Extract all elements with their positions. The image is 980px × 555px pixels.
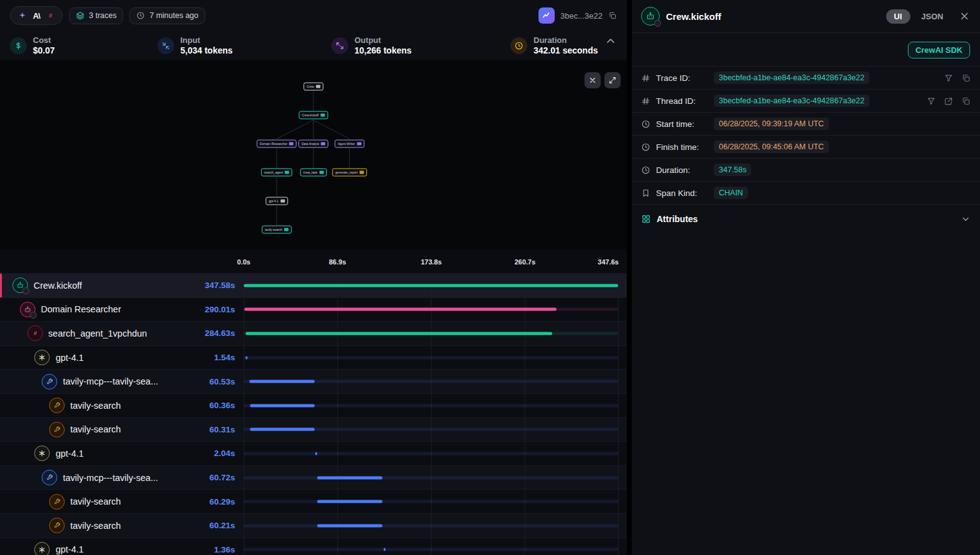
graph-node[interactable]: generate_report — [332, 169, 367, 177]
copy-trace-id-button[interactable] — [608, 11, 617, 20]
trace-row-label: gpt-4.11.54s — [0, 346, 244, 370]
graph-node-label: gpt-4.1 — [269, 200, 279, 203]
collapse-stats-button[interactable] — [604, 35, 617, 47]
grid-icon — [641, 214, 651, 224]
span-bar-track — [244, 452, 618, 455]
span-bar-track — [244, 548, 618, 551]
span-duration: 60.53s — [210, 377, 235, 386]
panel-close-button[interactable] — [958, 10, 971, 22]
trace-row[interactable]: gpt-4.12.04s — [0, 441, 627, 465]
span-bar — [244, 308, 557, 311]
clock-icon — [511, 37, 527, 54]
trace-row-label: tavily-search60.29s — [0, 490, 244, 513]
trace-row[interactable]: tavily-search60.36s — [0, 393, 627, 417]
tab-ui[interactable]: UI — [886, 9, 910, 24]
graph-node-label: crew_task — [303, 171, 318, 174]
field-label: Span Kind: — [656, 189, 708, 198]
trace-row[interactable]: tavily-mcp---tavily-sea...60.53s — [0, 369, 627, 393]
mcp-icon — [42, 374, 57, 389]
graph-node[interactable]: gpt-4.1 — [266, 197, 288, 205]
span-name: tavily-search — [70, 401, 121, 411]
trace-row-chart — [244, 490, 619, 513]
trace-chart-icon — [539, 7, 555, 24]
field-value[interactable]: 3becbfed-a1be-ae84-ea3c-4942867a3e22 — [714, 72, 869, 84]
span-bar-track — [244, 476, 618, 479]
graph-node[interactable]: Crew.kickoff — [299, 111, 328, 119]
hash-icon — [641, 96, 650, 106]
stat-value: $0.07 — [33, 45, 55, 55]
field-value[interactable]: 3becbfed-a1be-ae84-ea3c-4942867a3e22 — [714, 95, 869, 107]
trace-short-id: 3bec...3e22 — [560, 11, 603, 21]
field-value[interactable]: 347.58s — [714, 164, 751, 176]
graph-node[interactable]: crew_task — [300, 169, 327, 177]
stat-label: Output — [354, 35, 412, 45]
graph-node[interactable]: tavily-search — [262, 226, 292, 234]
field-label: Thread ID: — [656, 96, 708, 106]
trace-row-chart — [244, 394, 619, 417]
attributes-section-header[interactable]: Attributes — [632, 204, 980, 233]
tab-json[interactable]: JSON — [917, 9, 948, 24]
graph-node[interactable]: search_agent — [261, 169, 292, 177]
clock-icon — [641, 166, 650, 175]
trace-age-label: 7 minutes ago — [149, 11, 198, 20]
openai-icon — [34, 542, 50, 555]
trace-graph: CrewCrew.kickoffDomain ResearcherData An… — [0, 60, 627, 250]
mini-badge — [22, 287, 29, 294]
modal-icon — [27, 325, 43, 341]
span-bar — [246, 356, 247, 359]
span-bar — [250, 404, 315, 407]
trace-row[interactable]: Crew.kickoff347.58s — [0, 273, 627, 297]
graph-node-label: Crew.kickoff — [302, 114, 319, 117]
stat-value: 10,266 tokens — [354, 45, 412, 55]
trace-row-chart — [244, 274, 619, 297]
stats-row: Cost$0.07Input5,034 tokensOutput10,266 t… — [0, 31, 627, 60]
trace-row[interactable]: search_agent_1vpchdun284.63s — [0, 321, 627, 345]
traces-count-badge[interactable]: 3 traces — [69, 7, 123, 24]
graph-node-tag — [289, 142, 294, 146]
trace-row-chart — [244, 538, 619, 555]
field-value[interactable]: CHAIN — [714, 187, 748, 199]
span-bar-track — [244, 524, 618, 527]
field-value[interactable]: 06/28/2025, 09:45:06 AM UTC — [714, 141, 829, 153]
filter-icon[interactable] — [944, 73, 953, 83]
graph-node[interactable]: Data Analyst — [298, 140, 328, 148]
stat-value: 5,034 tokens — [180, 45, 233, 55]
attributes-label: Attributes — [657, 214, 698, 224]
axis-tick: 347.6s — [598, 258, 619, 266]
graph-node[interactable]: Domain Researcher — [257, 140, 297, 148]
span-name: gpt-4.1 — [55, 449, 83, 459]
trace-row[interactable]: tavily-search60.29s — [0, 489, 627, 513]
graph-close-button[interactable] — [585, 72, 601, 88]
trace-row-chart — [244, 418, 619, 442]
copy-icon[interactable] — [961, 96, 971, 106]
graph-node-label: tavily-search — [265, 228, 282, 231]
trace-row[interactable]: gpt-4.11.54s — [0, 345, 627, 370]
panel-title: Crew.kickoff — [666, 11, 721, 22]
copy-icon[interactable] — [961, 73, 971, 83]
trace-row[interactable]: Domain Researcher290.01s — [0, 297, 627, 322]
trace-row[interactable]: tavily-search60.21s — [0, 513, 627, 538]
external-link-icon[interactable] — [944, 96, 953, 106]
trace-row[interactable]: gpt-4.11.36s — [0, 538, 627, 555]
span-duration: 347.58s — [205, 281, 235, 290]
sparkle-logo-icon — [18, 11, 27, 20]
span-name: tavily-mcp---tavily-sea... — [63, 376, 158, 386]
stat-output: Output10,266 tokens — [331, 35, 511, 55]
span-duration: 1.36s — [214, 545, 235, 554]
span-name: gpt-4.1 — [55, 353, 83, 363]
graph-expand-button[interactable] — [604, 72, 621, 88]
trace-row-label: Crew.kickoff347.58s — [0, 274, 244, 297]
openai-icon — [34, 445, 50, 461]
stat-cost: Cost$0.07 — [10, 35, 157, 55]
graph-node[interactable]: Agent Writer — [335, 140, 364, 148]
graph-node[interactable]: Crew — [303, 83, 323, 91]
graph-node-tag — [359, 171, 364, 174]
app-root: A\ 3 traces 7 minutes ago 3bec...3e22 Co… — [0, 0, 980, 555]
graph-node-label: Data Analyst — [302, 142, 319, 146]
filter-icon[interactable] — [927, 96, 936, 106]
tool-icon — [49, 422, 65, 437]
trace-row[interactable]: tavily-mcp---tavily-sea...60.72s — [0, 465, 627, 490]
field-value[interactable]: 06/28/2025, 09:39:19 AM UTC — [714, 118, 829, 130]
trace-row[interactable]: tavily-search60.31s — [0, 417, 627, 442]
crew-icon — [641, 7, 660, 26]
